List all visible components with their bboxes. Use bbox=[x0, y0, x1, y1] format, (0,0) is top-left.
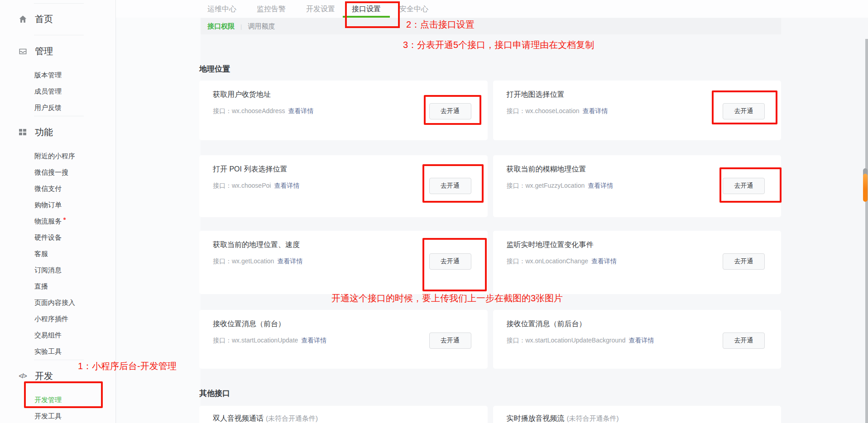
activate-api-button[interactable]: 去开通 bbox=[723, 253, 765, 270]
sidebar-item-label: 订阅消息 bbox=[34, 266, 62, 275]
sidebar-item-shopping-orders[interactable]: 购物订单 bbox=[0, 197, 115, 213]
view-details-link[interactable]: 查看详情 bbox=[301, 337, 326, 344]
sidebar-item-nearby-miniprogram[interactable]: 附近的小程序 bbox=[0, 148, 115, 164]
annotation-upload-note: 开通这个接口的时候，要上传我们上一步在截图的3张图片 bbox=[331, 293, 563, 303]
api-card-title: 获取当前的地理位置、速度 bbox=[213, 240, 300, 250]
api-card-subtitle: 接口：wx.startLocationUpdateBackground查看详情 bbox=[507, 337, 654, 345]
sidebar-item-label: 客服 bbox=[34, 250, 48, 258]
view-details-link[interactable]: 查看详情 bbox=[588, 182, 613, 189]
api-prefix: 接口： bbox=[213, 107, 232, 114]
sidebar-section-manage: 管理 bbox=[0, 35, 115, 67]
sidebar-item-develop-manage[interactable]: 开发管理 bbox=[0, 392, 115, 408]
sidebar-item-label: 版本管理 bbox=[34, 71, 62, 80]
api-card-title: 获取用户收货地址 bbox=[213, 90, 271, 100]
scrollbar-thumb[interactable] bbox=[863, 174, 868, 202]
api-card-title: 打开 POI 列表选择位置 bbox=[213, 165, 287, 174]
sidebar: 首页 管理 版本管理 成员管理 用户反馈 功能 附近的小程序 微信搜一搜 微信支… bbox=[0, 0, 116, 423]
sidebar-item-develop-tools[interactable]: 开发工具 bbox=[0, 408, 115, 423]
view-details-link[interactable]: 查看详情 bbox=[591, 257, 617, 265]
view-details-link[interactable]: 查看详情 bbox=[629, 337, 654, 344]
view-details-link[interactable]: 查看详情 bbox=[288, 107, 314, 114]
api-card-start-location-update: 接收位置消息（前台） 接口：wx.startLocationUpdate查看详情… bbox=[199, 310, 488, 369]
view-details-link[interactable]: 查看详情 bbox=[274, 182, 299, 189]
api-card-live-player: 实时播放音视频流(未符合开通条件) bbox=[493, 406, 782, 423]
sidebar-item-hardware[interactable]: 硬件设备 bbox=[0, 229, 115, 246]
sidebar-item-label: 小程序插件 bbox=[34, 315, 68, 323]
sidebar-item-home[interactable]: 首页 bbox=[0, 4, 115, 35]
inbox-icon bbox=[18, 47, 27, 56]
sidebar-item-experiment-tools[interactable]: 实验工具 bbox=[0, 343, 115, 360]
sidebar-item-label: 物流服务 bbox=[34, 217, 62, 226]
sidebar-item-label: 页面内容接入 bbox=[34, 299, 75, 307]
tab-ops-center[interactable]: 运维中心 bbox=[207, 0, 236, 18]
api-card-title: 接收位置消息（前后台） bbox=[507, 319, 586, 329]
api-card-title: 双人音视频通话(未符合开通条件) bbox=[213, 414, 318, 423]
sidebar-item-wechat-pay[interactable]: 微信支付 bbox=[0, 181, 115, 197]
api-card-title: 打开地图选择位置 bbox=[507, 90, 565, 100]
sidebar-item-page-content[interactable]: 页面内容接入 bbox=[0, 295, 115, 311]
sidebar-section-label: 功能 bbox=[35, 126, 53, 138]
sidebar-item-trade-component[interactable]: 交易组件 bbox=[0, 327, 115, 343]
api-card-subtitle: 接口：wx.chooseAddress查看详情 bbox=[213, 107, 314, 115]
subtab-call-quota[interactable]: 调用额度 bbox=[248, 22, 275, 31]
api-card-get-location: 获取当前的地理位置、速度 接口：wx.getLocation查看详情 去开通 bbox=[199, 231, 488, 294]
subtab-api-permission[interactable]: 接口权限 bbox=[207, 22, 235, 31]
activate-api-button[interactable]: 去开通 bbox=[429, 333, 471, 349]
api-card-start-location-update-background: 接收位置消息（前后台） 接口：wx.startLocationUpdateBac… bbox=[493, 310, 782, 369]
view-details-link[interactable]: 查看详情 bbox=[583, 107, 608, 114]
api-name: wx.startLocationUpdate bbox=[232, 337, 298, 344]
subtab-bar: 接口权限 | 调用额度 bbox=[201, 18, 781, 34]
sidebar-item-logistics[interactable]: 物流服务 bbox=[0, 213, 115, 229]
api-card-choose-poi: 打开 POI 列表选择位置 接口：wx.choosePoi查看详情 去开通 bbox=[199, 155, 488, 217]
sidebar-item-label: 微信支付 bbox=[34, 185, 62, 193]
api-card-subtitle: 接口：wx.startLocationUpdate查看详情 bbox=[213, 337, 326, 345]
activate-api-button[interactable]: 去开通 bbox=[429, 253, 471, 270]
api-card-status: (未符合开通条件) bbox=[266, 414, 318, 422]
tab-monitor-alert[interactable]: 监控告警 bbox=[257, 0, 286, 18]
activate-api-button[interactable]: 去开通 bbox=[429, 103, 471, 119]
api-card-subtitle: 接口：wx.chooseLocation查看详情 bbox=[507, 107, 608, 115]
sidebar-item-user-feedback[interactable]: 用户反馈 bbox=[0, 100, 115, 116]
home-icon bbox=[18, 15, 27, 24]
api-card-title-text: 双人音视频通话 bbox=[213, 414, 264, 422]
sidebar-item-label: 开发工具 bbox=[34, 412, 62, 421]
sidebar-item-plugin[interactable]: 小程序插件 bbox=[0, 311, 115, 327]
sidebar-item-label: 硬件设备 bbox=[34, 233, 62, 242]
api-prefix: 接口： bbox=[213, 182, 232, 189]
notification-dot bbox=[63, 218, 66, 220]
sidebar-item-live[interactable]: 直播 bbox=[0, 278, 115, 295]
api-card-status: (未符合开通条件) bbox=[567, 414, 619, 422]
api-card-subtitle: 接口：wx.getLocation查看详情 bbox=[213, 257, 302, 266]
api-card-title-text: 实时播放音视频流 bbox=[507, 414, 565, 422]
sidebar-item-label: 成员管理 bbox=[34, 87, 62, 96]
sidebar-item-customer-service[interactable]: 客服 bbox=[0, 246, 115, 262]
activate-api-button[interactable]: 去开通 bbox=[429, 178, 471, 194]
api-card-title: 接收位置消息（前台） bbox=[213, 319, 285, 329]
api-prefix: 接口： bbox=[507, 337, 526, 344]
sidebar-item-label: 交易组件 bbox=[34, 331, 62, 340]
sidebar-section-label: 开发 bbox=[35, 370, 53, 382]
activate-api-button[interactable]: 去开通 bbox=[723, 103, 765, 119]
subtab-separator: | bbox=[240, 23, 242, 30]
api-name: wx.chooseAddress bbox=[232, 107, 285, 114]
activate-api-button[interactable]: 去开通 bbox=[723, 333, 765, 349]
sidebar-item-wechat-search[interactable]: 微信搜一搜 bbox=[0, 164, 115, 181]
scrollbar-track[interactable] bbox=[865, 39, 868, 423]
api-card-subtitle: 接口：wx.choosePoi查看详情 bbox=[213, 182, 299, 190]
api-name: wx.getLocation bbox=[232, 257, 274, 265]
tab-develop-settings[interactable]: 开发设置 bbox=[306, 0, 335, 18]
sidebar-item-subscribe-message[interactable]: 订阅消息 bbox=[0, 262, 115, 278]
sidebar-item-label: 附近的小程序 bbox=[34, 152, 75, 161]
tab-security-center[interactable]: 安全中心 bbox=[399, 0, 428, 18]
sidebar-item-version-manage[interactable]: 版本管理 bbox=[0, 67, 115, 83]
sidebar-section-features: 功能 bbox=[0, 116, 115, 148]
api-prefix: 接口： bbox=[507, 107, 526, 114]
sidebar-section-label: 管理 bbox=[35, 45, 53, 57]
sidebar-item-member-manage[interactable]: 成员管理 bbox=[0, 83, 115, 100]
sidebar-item-label: 实验工具 bbox=[34, 347, 62, 356]
sidebar-item-label: 微信搜一搜 bbox=[34, 168, 68, 177]
section-title-geolocation: 地理位置 bbox=[199, 64, 230, 74]
view-details-link[interactable]: 查看详情 bbox=[277, 257, 302, 265]
activate-api-button[interactable]: 去开通 bbox=[723, 178, 765, 194]
tab-api-settings[interactable]: 接口设置 bbox=[352, 0, 381, 18]
